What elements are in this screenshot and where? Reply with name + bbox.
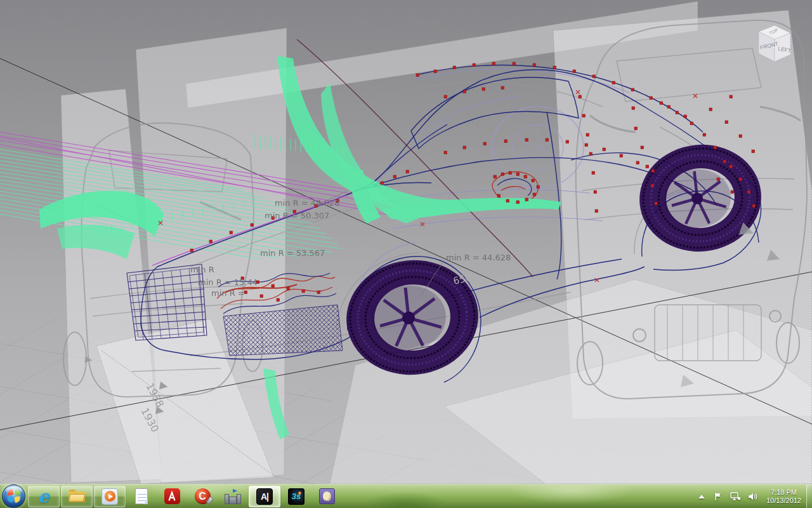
annotation: min R bbox=[190, 265, 214, 274]
network-icon[interactable] bbox=[730, 491, 741, 502]
taskbar: e C A| 3s bbox=[0, 484, 812, 508]
taskbar-clock[interactable]: 7:18 PM 10/13/2012 bbox=[766, 488, 801, 505]
taskbar-item-internet-explorer[interactable]: e bbox=[28, 486, 60, 507]
windows-flag-blue bbox=[7, 496, 13, 503]
annotation: min R = 53.567 bbox=[260, 248, 325, 258]
action-center-flag-icon[interactable] bbox=[713, 491, 723, 502]
taskbar-item-windows-media-player[interactable] bbox=[94, 486, 126, 507]
annotation: min R = bbox=[211, 288, 245, 298]
taskbar-item-notepad[interactable] bbox=[127, 486, 156, 507]
internet-explorer-icon: e bbox=[38, 488, 49, 505]
annotation: min R = 44.628 bbox=[446, 253, 511, 262]
notepad-icon bbox=[135, 488, 148, 504]
orb-gloss bbox=[6, 486, 22, 494]
clock-time: 7:18 PM bbox=[766, 488, 801, 497]
taskbar-item-windows-explorer[interactable] bbox=[61, 486, 93, 507]
system-tray: 7:18 PM 10/13/2012 bbox=[693, 485, 812, 508]
media-player-icon bbox=[102, 488, 118, 505]
folder-icon bbox=[69, 490, 85, 503]
show-desktop-button[interactable] bbox=[806, 485, 812, 508]
taskbar-item-castle-app[interactable] bbox=[218, 486, 247, 507]
castle-icon bbox=[225, 489, 241, 504]
volume-icon[interactable] bbox=[747, 491, 758, 502]
3ds-max-icon: 3s bbox=[288, 488, 304, 505]
alias-icon: A| bbox=[256, 488, 273, 505]
clock-date: 10/13/2012 bbox=[766, 497, 801, 505]
windows-flag-yellow bbox=[14, 496, 20, 503]
annotation: min R = 15.44 bbox=[198, 277, 258, 287]
taskbar-item-purple-app[interactable] bbox=[312, 486, 341, 507]
desktop-screen: min R = 44.628 min R = 50.307 min R = 53… bbox=[0, 0, 812, 508]
annotation: min R = 44.628 bbox=[275, 198, 339, 208]
hidden-icons-chevron[interactable] bbox=[698, 495, 705, 498]
taskbar-item-3ds-max[interactable]: 3s bbox=[282, 486, 311, 507]
start-button[interactable] bbox=[2, 485, 25, 508]
purple-app-icon bbox=[319, 488, 335, 504]
taskbar-item-adobe-reader[interactable] bbox=[157, 486, 187, 507]
3d-viewport[interactable]: min R = 44.628 min R = 50.307 min R = 53… bbox=[0, 0, 812, 484]
taskbar-item-autodesk-alias[interactable]: A| bbox=[249, 486, 280, 507]
adobe-reader-icon bbox=[164, 488, 180, 504]
taskbar-item-ccleaner[interactable]: C bbox=[188, 486, 217, 507]
annotation: min R = 50.307 bbox=[265, 211, 329, 220]
ccleaner-icon: C bbox=[195, 488, 211, 504]
